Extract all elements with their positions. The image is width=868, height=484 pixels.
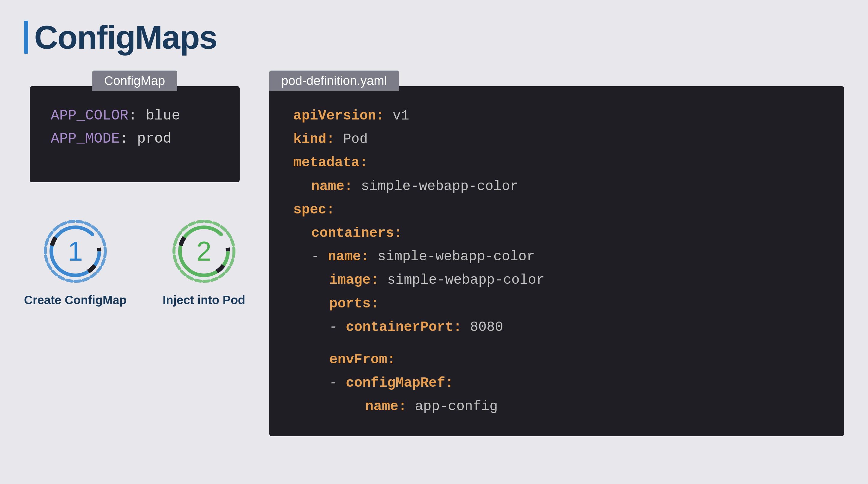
yaml-line-10: - containerPort: 8080 [293, 316, 820, 339]
yaml-line-3: metadata: [293, 151, 820, 174]
yaml-line-12: - configMapRef: [293, 371, 820, 395]
yaml-line-9: ports: [293, 292, 820, 316]
step-2-circle: 2 [171, 218, 237, 284]
title-accent-bar [24, 21, 28, 54]
configmap-code-box: APP_COLOR: blue APP_MODE: prod [30, 86, 240, 182]
left-panel: ConfigMap APP_COLOR: blue APP_MODE: prod [24, 80, 245, 307]
page-title-section: ConfigMaps [24, 18, 844, 56]
step-2-label: Inject into Pod [162, 293, 245, 307]
configmap-key-1: APP_COLOR [51, 108, 128, 124]
step-1-circle: 1 [42, 218, 108, 284]
step-2: 2 Inject into Pod [162, 218, 245, 307]
yaml-line-2: kind: Pod [293, 127, 820, 151]
configmap-key-2: APP_MODE [51, 131, 120, 147]
configmap-section: ConfigMap APP_COLOR: blue APP_MODE: prod [30, 86, 240, 182]
main-layout: ConfigMap APP_COLOR: blue APP_MODE: prod [24, 80, 844, 436]
step-1: 1 Create ConfigMap [24, 218, 127, 307]
configmap-label: ConfigMap [92, 70, 177, 91]
yaml-line-7: - name: simple-webapp-color [293, 245, 820, 268]
yaml-code-box: apiVersion: v1 kind: Pod metadata: name:… [269, 86, 844, 436]
page-title: ConfigMaps [34, 18, 217, 56]
yaml-line-1: apiVersion: v1 [293, 104, 820, 127]
configmap-line-2: APP_MODE: prod [51, 127, 219, 150]
yaml-line-11: envFrom: [293, 348, 820, 371]
yaml-line-6: containers: [293, 222, 820, 245]
step-1-label: Create ConfigMap [24, 293, 127, 307]
configmap-line-1: APP_COLOR: blue [51, 104, 219, 127]
right-panel: pod-definition.yaml apiVersion: v1 kind:… [269, 86, 844, 436]
yaml-label: pod-definition.yaml [269, 70, 399, 91]
step-2-number: 2 [196, 236, 212, 267]
yaml-line-5: spec: [293, 198, 820, 222]
yaml-line-13: name: app-config [293, 395, 820, 418]
yaml-line-8: image: simple-webapp-color [293, 268, 820, 292]
step-1-number: 1 [68, 236, 83, 267]
yaml-spacer [293, 339, 820, 348]
steps-section: 1 Create ConfigMap [24, 218, 245, 307]
yaml-line-4: name: simple-webapp-color [293, 175, 820, 198]
